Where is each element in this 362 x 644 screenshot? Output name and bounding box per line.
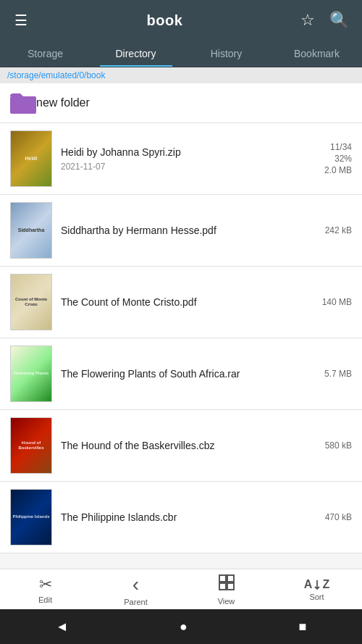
new-folder-item[interactable]: new folder: [0, 83, 362, 123]
tab-directory[interactable]: Directory: [90, 41, 181, 67]
list-item[interactable]: Siddhartha Siddhartha by Hermann Hesse.p…: [0, 195, 362, 267]
menu-icon[interactable]: ☰: [9, 7, 33, 33]
nav-parent[interactable]: ‹ Parent: [90, 569, 181, 609]
tab-bar: Storage Directory History Bookmark: [0, 41, 362, 67]
list-item[interactable]: Heidi Heidi by Johanna Spyri.zip 2021-11…: [0, 123, 362, 195]
tab-bookmark[interactable]: Bookmark: [272, 41, 362, 67]
file-name: The Flowering Plants of South Africa.rar: [61, 367, 324, 380]
view-icon: [218, 574, 235, 595]
file-date: 2021-11-07: [61, 162, 324, 172]
top-bar: ☰ book ☆ 🔍: [0, 0, 362, 41]
parent-icon: ‹: [132, 573, 139, 596]
file-name: The Hound of the Baskervilles.cbz: [61, 439, 325, 452]
android-nav-bar: ◄ ● ■: [0, 609, 362, 644]
file-info: Heidi by Johanna Spyri.zip 2021-11-07: [61, 146, 324, 172]
file-info: The Flowering Plants of South Africa.rar: [61, 367, 324, 380]
list-item[interactable]: Hound of Baskervilles The Hound of the B…: [0, 410, 362, 482]
file-thumbnail: Philippine Islands: [10, 489, 52, 545]
new-folder-label: new folder: [36, 96, 90, 109]
file-thumbnail: Flowering Plants: [10, 346, 52, 402]
file-info: Siddhartha by Hermann Hesse.pdf: [61, 224, 325, 237]
file-name: Heidi by Johanna Spyri.zip: [61, 146, 324, 159]
file-meta: 580 kB: [325, 440, 352, 451]
file-size: 5.7 MB: [324, 369, 352, 379]
bottom-nav: ✂ Edit ‹ Parent View A Z Sort: [0, 569, 362, 609]
star-icon[interactable]: ☆: [296, 7, 319, 34]
file-info: The Count of Monte Cristo.pdf: [61, 296, 322, 309]
search-icon[interactable]: 🔍: [325, 7, 353, 34]
file-thumbnail: Heidi: [10, 130, 52, 187]
file-size: 242 kB: [325, 225, 352, 235]
nav-parent-label: Parent: [124, 598, 147, 606]
list-item[interactable]: Philippine Islands The Philippine Island…: [0, 482, 362, 553]
nav-sort[interactable]: A Z Sort: [272, 569, 362, 609]
svg-rect-4: [227, 583, 234, 590]
nav-sort-label: Sort: [309, 593, 324, 601]
file-size: 140 MB: [322, 297, 352, 307]
nav-view[interactable]: View: [181, 569, 272, 609]
file-name: The Philippine Islands.cbr: [61, 511, 325, 524]
file-info: The Hound of the Baskervilles.cbz: [61, 439, 325, 452]
folder-icon: [10, 92, 36, 114]
home-button[interactable]: ●: [174, 614, 193, 640]
svg-rect-1: [219, 575, 226, 582]
edit-icon: ✂: [39, 575, 52, 594]
file-meta: 11/34 32% 2.0 MB: [324, 142, 352, 175]
back-button[interactable]: ◄: [50, 614, 75, 640]
file-info: The Philippine Islands.cbr: [61, 511, 325, 524]
tab-storage[interactable]: Storage: [0, 41, 90, 67]
file-size: 2.0 MB: [324, 165, 352, 175]
file-meta: 5.7 MB: [324, 369, 352, 379]
list-item[interactable]: Flowering Plants The Flowering Plants of…: [0, 338, 362, 410]
file-progress: 11/34: [330, 142, 352, 152]
file-meta: 242 kB: [325, 225, 352, 235]
app-title: book: [33, 12, 296, 29]
file-percent: 32%: [334, 154, 352, 164]
sort-icon: A Z: [304, 578, 329, 591]
file-size: 580 kB: [325, 440, 352, 451]
file-thumbnail: Hound of Baskervilles: [10, 417, 52, 474]
svg-rect-3: [219, 583, 226, 590]
file-name: Siddhartha by Hermann Hesse.pdf: [61, 224, 325, 237]
file-meta: 470 kB: [325, 512, 352, 522]
top-bar-actions: ☆ 🔍: [296, 7, 353, 34]
tab-history[interactable]: History: [181, 41, 272, 67]
file-list: new folder Heidi Heidi by Johanna Spyri.…: [0, 83, 362, 569]
file-thumbnail: Count of Monte Cristo: [10, 274, 52, 330]
file-size: 470 kB: [325, 512, 352, 522]
file-name: The Count of Monte Cristo.pdf: [61, 296, 322, 309]
breadcrumb[interactable]: /storage/emulated/0/book: [0, 67, 362, 83]
recent-button[interactable]: ■: [292, 614, 312, 640]
svg-rect-2: [227, 575, 234, 582]
nav-edit[interactable]: ✂ Edit: [0, 569, 90, 609]
nav-view-label: View: [218, 597, 235, 606]
list-item[interactable]: Count of Monte Cristo The Count of Monte…: [0, 267, 362, 338]
svg-rect-0: [10, 96, 36, 114]
file-thumbnail: Siddhartha: [10, 202, 52, 259]
nav-edit-label: Edit: [38, 595, 52, 604]
file-meta: 140 MB: [322, 297, 352, 307]
